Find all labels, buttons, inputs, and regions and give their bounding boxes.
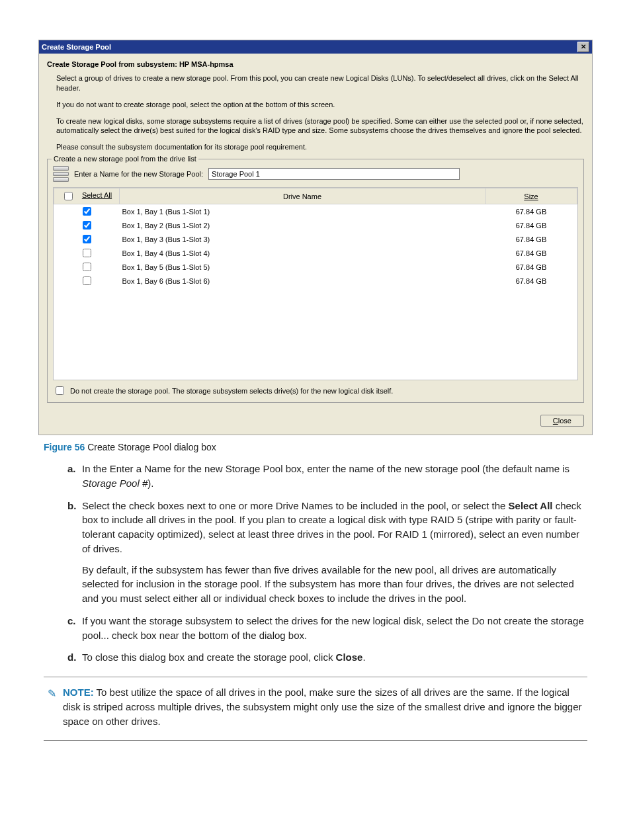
- dialog-paragraph: Please consult the subsystem documentati…: [56, 142, 584, 152]
- table-row: Box 1, Bay 5 (Bus 1-Slot 5)67.84 GB: [54, 260, 577, 274]
- table-row: Box 1, Bay 4 (Bus 1-Slot 4)67.84 GB: [54, 246, 577, 260]
- list-item: c. If you want the storage subsystem to …: [67, 614, 587, 643]
- figure-label: Figure 56: [44, 442, 85, 452]
- dialog-heading: Create Storage Pool from subsystem: HP M…: [47, 60, 584, 68]
- note-label: NOTE:: [63, 687, 94, 698]
- close-button[interactable]: Close: [540, 415, 584, 427]
- drive-name-cell: Box 1, Bay 5 (Bus 1-Slot 5): [120, 260, 485, 274]
- do-not-create-checkbox[interactable]: [56, 386, 64, 395]
- drive-checkbox[interactable]: [83, 221, 91, 230]
- column-select-all[interactable]: Select All: [54, 189, 120, 204]
- dialog-title: Create Storage Pool: [42, 43, 111, 51]
- note-block: ✎ NOTE: To best utilize the space of all…: [48, 685, 583, 728]
- close-icon[interactable]: ✕: [577, 42, 589, 52]
- pool-name-input[interactable]: [208, 168, 460, 180]
- drive-size-cell: 67.84 GB: [485, 274, 577, 288]
- select-all-checkbox[interactable]: [64, 192, 73, 200]
- list-item: a. In the Enter a Name for the new Stora…: [67, 462, 587, 491]
- drive-checkbox[interactable]: [83, 276, 91, 285]
- dialog-paragraph: To create new logical disks, some storag…: [56, 116, 584, 136]
- drive-name-cell: Box 1, Bay 1 (Bus 1-Slot 1): [120, 204, 485, 219]
- list-item: b. Select the check boxes next to one or…: [67, 499, 587, 606]
- table-row: Box 1, Bay 2 (Bus 1-Slot 2)67.84 GB: [54, 218, 577, 232]
- divider: [44, 740, 587, 741]
- drive-size-cell: 67.84 GB: [485, 218, 577, 232]
- table-row: Box 1, Bay 6 (Bus 1-Slot 6)67.84 GB: [54, 274, 577, 288]
- dialog-paragraph: If you do not want to create storage poo…: [56, 100, 584, 110]
- instruction-list: a. In the Enter a Name for the new Stora…: [44, 462, 587, 665]
- column-drive-name[interactable]: Drive Name: [120, 189, 485, 204]
- create-storage-pool-dialog: Create Storage Pool ✕ Create Storage Poo…: [38, 40, 593, 435]
- drive-grid: Select All Drive Name Size Box 1, Bay 1 …: [53, 187, 578, 380]
- divider: [44, 677, 587, 677]
- fieldset-legend: Create a new storage pool from the drive…: [52, 155, 198, 163]
- do-not-create-label: Do not create the storage pool. The stor…: [70, 387, 393, 395]
- drive-name-cell: Box 1, Bay 4 (Bus 1-Slot 4): [120, 246, 485, 260]
- drive-name-cell: Box 1, Bay 2 (Bus 1-Slot 2): [120, 218, 485, 232]
- drive-size-cell: 67.84 GB: [485, 246, 577, 260]
- drive-name-cell: Box 1, Bay 3 (Bus 1-Slot 3): [120, 232, 485, 246]
- drive-checkbox[interactable]: [83, 263, 91, 271]
- table-row: Box 1, Bay 3 (Bus 1-Slot 3)67.84 GB: [54, 232, 577, 246]
- drive-size-cell: 67.84 GB: [485, 260, 577, 274]
- note-icon: ✎: [48, 686, 56, 728]
- dialog-paragraph: Select a group of drives to create a new…: [56, 73, 584, 93]
- drive-checkbox[interactable]: [83, 235, 91, 243]
- drive-list-fieldset: Create a new storage pool from the drive…: [47, 159, 584, 403]
- drive-checkbox[interactable]: [83, 207, 91, 216]
- dialog-titlebar: Create Storage Pool ✕: [39, 40, 592, 54]
- column-size[interactable]: Size: [485, 189, 577, 204]
- pool-name-label: Enter a Name for the new Storage Pool:: [74, 170, 203, 178]
- drives-icon: [53, 166, 69, 182]
- drive-size-cell: 67.84 GB: [485, 232, 577, 246]
- drive-name-cell: Box 1, Bay 6 (Bus 1-Slot 6): [120, 274, 485, 288]
- table-row: Box 1, Bay 1 (Bus 1-Slot 1)67.84 GB: [54, 204, 577, 219]
- drive-size-cell: 67.84 GB: [485, 204, 577, 219]
- drive-checkbox[interactable]: [83, 249, 91, 257]
- list-item: d. To close this dialog box and create t…: [67, 650, 587, 665]
- figure-caption: Figure 56 Create Storage Pool dialog box: [44, 442, 587, 452]
